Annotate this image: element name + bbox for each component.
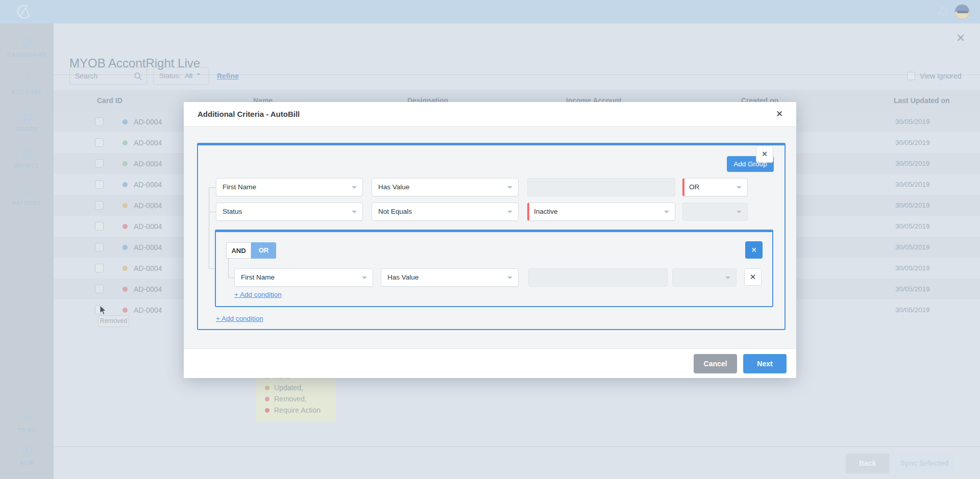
sidebar-item-new[interactable]: NEW — [0, 444, 54, 466]
page-close-icon[interactable]: ✕ — [956, 32, 965, 45]
operator-value: Has Value — [387, 273, 419, 281]
status-dot — [122, 266, 128, 271]
tree-connector — [209, 187, 209, 269]
row-checkbox[interactable] — [95, 264, 104, 272]
field-dropdown[interactable]: First Name — [216, 178, 363, 196]
status-dot — [122, 119, 128, 124]
row-checkbox[interactable] — [95, 138, 104, 147]
card-id-cell: AD-0004 — [134, 160, 162, 168]
sidebar-item-todo[interactable]: TO DO — [0, 411, 54, 433]
view-ignored-checkbox[interactable] — [907, 72, 915, 80]
user-avatar[interactable] — [954, 4, 970, 19]
invoice-icon — [20, 147, 34, 160]
sidebar: DASHBOARD ACCOUNT ORDER INVOICE PAYMENT … — [0, 23, 54, 479]
remove-condition-button[interactable]: ✕ — [756, 145, 773, 163]
logic-value: OR — [689, 183, 699, 191]
last-updated-cell: 30/05/2019 — [895, 243, 930, 251]
last-updated-cell: 30/05/2019 — [895, 181, 930, 188]
legend-dot — [265, 397, 270, 401]
sidebar-item-account[interactable]: ACCOUNT — [0, 73, 54, 95]
list-icon — [20, 411, 34, 424]
operator-dropdown[interactable]: Has Value — [372, 178, 519, 196]
row-checkbox[interactable] — [95, 201, 104, 210]
search-box — [69, 67, 147, 85]
view-ignored-control[interactable]: View Ignored — [907, 72, 961, 80]
tree-connector — [209, 268, 215, 269]
row-checkbox[interactable] — [95, 243, 104, 251]
sidebar-item-dashboard[interactable]: DASHBOARD — [0, 36, 54, 58]
status-dot — [122, 161, 128, 166]
sidebar-item-payment[interactable]: PAYMENT — [0, 184, 54, 206]
row-checkbox[interactable] — [95, 222, 104, 231]
card-id-cell: AD-0004 — [134, 201, 162, 210]
status-dot — [122, 308, 128, 313]
add-condition-link[interactable]: + Add condition — [234, 291, 282, 298]
sidebar-item-invoice[interactable]: INVOICE — [0, 147, 54, 169]
last-updated-cell: 30/05/2019 — [895, 201, 930, 209]
row-checkbox[interactable] — [95, 180, 104, 189]
logic-dropdown[interactable]: OR — [682, 178, 748, 196]
chevron-down-icon — [197, 73, 201, 78]
cancel-button[interactable]: Cancel — [694, 354, 737, 373]
legend-item: Require Action — [265, 406, 321, 414]
sidebar-item-label: TO DO — [0, 427, 54, 433]
field-dropdown[interactable]: Status — [216, 203, 363, 221]
last-updated-cell: 30/05/2019 — [895, 118, 930, 125]
last-updated-cell: 30/05/2019 — [895, 222, 930, 230]
person-icon — [20, 73, 34, 86]
mouse-cursor — [100, 305, 107, 316]
value-value: Inactive — [534, 208, 558, 215]
chevron-down-icon — [507, 276, 512, 282]
legend-label: Require Action — [274, 406, 321, 414]
value-input — [527, 178, 675, 196]
operator-value: Has Value — [378, 183, 409, 191]
or-toggle-button[interactable]: OR — [251, 242, 276, 259]
sidebar-item-label: DASHBOARD — [0, 52, 54, 58]
sidebar-item-label: PAYMENT — [0, 200, 54, 206]
remove-group-button[interactable]: ✕ — [745, 241, 763, 259]
logic-dropdown — [672, 268, 737, 287]
tree-connector — [209, 187, 216, 188]
card-id-cell: AD-0004 — [134, 243, 162, 251]
modal-body: Add Group First Name Has Value OR ✕ Stat… — [184, 127, 796, 348]
add-condition-link[interactable]: + Add condition — [216, 315, 263, 322]
chevron-down-icon — [352, 186, 357, 191]
last-updated-cell: 30/05/2019 — [895, 160, 930, 167]
operator-dropdown[interactable]: Not Equals — [372, 203, 519, 221]
modal-header: Additional Criteria - AutoBill ✕ — [184, 102, 796, 127]
logic-dropdown — [682, 203, 748, 221]
next-button[interactable]: Next — [743, 354, 787, 373]
row-checkbox[interactable] — [95, 159, 104, 168]
refine-link[interactable]: Refine — [217, 72, 239, 80]
card-id-cell: AD-0004 — [134, 139, 162, 147]
tree-connector — [209, 212, 216, 212]
card-id-cell: AD-0004 — [134, 222, 162, 231]
operator-dropdown[interactable]: Has Value — [381, 268, 519, 287]
search-icon — [134, 72, 142, 81]
notification-bell-icon[interactable] — [937, 6, 949, 18]
field-value: Status — [223, 208, 242, 215]
sidebar-item-label: ACCOUNT — [0, 89, 54, 95]
card-id-cell: AD-0004 — [134, 264, 162, 272]
back-button[interactable]: Back — [846, 453, 889, 473]
last-updated-cell: 30/05/2019 — [895, 285, 930, 293]
criteria-group: Add Group First Name Has Value OR ✕ Stat… — [197, 143, 786, 330]
value-dropdown[interactable]: Inactive — [527, 203, 675, 221]
operator-value: Not Equals — [378, 208, 412, 215]
field-dropdown[interactable]: First Name — [234, 268, 373, 287]
cart-icon — [20, 110, 34, 123]
row-checkbox[interactable] — [95, 285, 104, 293]
chevron-down-icon — [507, 211, 512, 216]
status-filter-dropdown[interactable]: Status:All — [153, 67, 209, 85]
status-dot — [122, 245, 128, 250]
additional-criteria-modal: Additional Criteria - AutoBill ✕ Add Gro… — [184, 102, 796, 378]
sidebar-item-order[interactable]: ORDER — [0, 110, 54, 132]
field-value: First Name — [223, 183, 256, 191]
row-checkbox[interactable] — [95, 117, 104, 126]
sync-selected-button[interactable]: Sync Selected — [895, 453, 954, 473]
sidebar-item-label: ORDER — [0, 126, 54, 132]
modal-close-icon[interactable]: ✕ — [776, 109, 783, 119]
legend-label: Removed, — [274, 395, 307, 403]
and-toggle-button[interactable]: AND — [226, 242, 251, 259]
remove-condition-button[interactable]: ✕ — [744, 268, 762, 286]
